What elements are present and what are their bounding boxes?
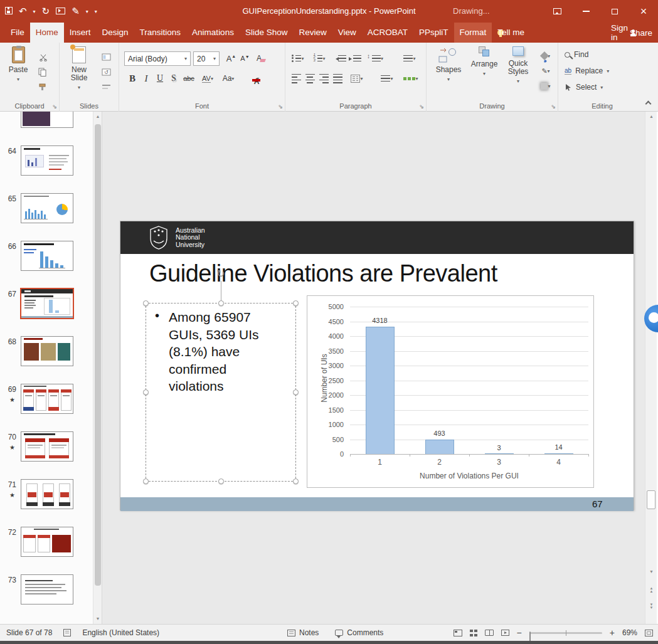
canvas-scrollbar-thumb[interactable] (647, 490, 655, 509)
spellcheck-icon[interactable] (63, 629, 71, 636)
slide-thumbnail-68[interactable] (21, 336, 73, 366)
align-text-button[interactable]: ▾ (378, 71, 396, 85)
pen-input-icon[interactable]: ✎ (72, 0, 80, 23)
font-name-combo[interactable]: Arial (Body)▾ (124, 51, 191, 66)
underline-button[interactable]: U (153, 71, 167, 85)
slide-thumbnail-66[interactable] (21, 241, 73, 271)
paste-button[interactable]: Paste ▾ (4, 46, 33, 83)
resize-handle-bottom-right[interactable] (293, 478, 299, 484)
next-slide-button[interactable]: ▼▼ (645, 599, 657, 613)
quick-styles-button[interactable]: Quick Styles ▾ (503, 46, 533, 85)
clear-formatting-button[interactable]: A (252, 51, 266, 65)
columns-button[interactable]: ▾ (348, 71, 366, 85)
shapes-button[interactable]: Shapes ▾ (432, 46, 465, 83)
ribbon-display-options-icon[interactable] (543, 0, 571, 23)
select-button[interactable]: Select ▾ (565, 83, 603, 92)
reset-slide-button[interactable]: ↺ (98, 65, 114, 79)
resize-handle-bottom-middle[interactable] (218, 478, 224, 484)
customize-qat-caret-icon[interactable]: ▾ (95, 9, 97, 14)
notes-button[interactable]: Notes (287, 628, 319, 637)
thumbnail-scrollbar[interactable]: ▲ ▼ (93, 112, 102, 624)
bullets-button[interactable]: ▾ (289, 51, 307, 65)
resize-handle-middle-left[interactable] (143, 389, 149, 395)
redo-icon[interactable]: ↻ (42, 0, 50, 23)
slide-thumbnail-64[interactable] (21, 145, 73, 176)
share-button[interactable]: Share (630, 29, 637, 36)
tab-acrobat[interactable]: ACROBAT (362, 23, 413, 43)
comments-button[interactable]: Comments (335, 628, 383, 637)
tab-transitions[interactable]: Transitions (134, 23, 187, 43)
slide-layout-button[interactable] (98, 50, 114, 64)
slide-thumbnail-72[interactable] (21, 527, 73, 557)
tab-design[interactable]: Design (97, 23, 134, 43)
new-slide-button[interactable]: New Slide ▾ (63, 46, 95, 92)
thumbnail-scrollbar-thumb[interactable] (95, 124, 101, 586)
align-right-button[interactable] (317, 71, 331, 85)
collapse-ribbon-icon[interactable] (645, 101, 652, 107)
find-button[interactable]: Find (565, 50, 588, 59)
slide-thumbnail-67[interactable] (20, 288, 74, 319)
text-shadow-button[interactable]: S (167, 71, 181, 85)
arrange-button[interactable]: Arrange ▾ (467, 46, 502, 78)
previous-slide-button[interactable]: ▲▲ (645, 583, 657, 597)
tab-review[interactable]: Review (293, 23, 332, 43)
rotate-handle-icon[interactable]: ↻ (215, 268, 226, 280)
scroll-up-icon[interactable]: ▲ (93, 112, 102, 122)
resize-handle-top-right[interactable] (293, 300, 299, 306)
font-dialog-launcher-icon[interactable]: ⇘ (278, 103, 283, 110)
selected-text-box[interactable]: ↻ • Among 65907 GUIs, 5369 UIs (8.1%) ha… (146, 303, 296, 482)
increase-font-size-button[interactable]: A▲ (222, 51, 236, 65)
language-indicator[interactable]: English (United States) (82, 628, 159, 637)
slideshow-view-button[interactable] (501, 630, 509, 636)
save-icon[interactable] (5, 0, 13, 23)
slide-sorter-view-button[interactable] (470, 630, 477, 636)
shape-outline-button[interactable]: ✎▾ (536, 64, 556, 78)
slide-thumbnail-73[interactable] (21, 574, 73, 604)
slide-thumbnail[interactable] (21, 112, 73, 128)
clipboard-dialog-launcher-icon[interactable]: ⇘ (52, 103, 57, 110)
tab-file[interactable]: File (5, 23, 30, 43)
cut-button[interactable] (35, 50, 50, 64)
slide-thumbnail-71[interactable] (21, 479, 73, 509)
slide-67[interactable]: Australian National University Guideline… (120, 221, 634, 510)
resize-handle-middle-right[interactable] (293, 389, 299, 395)
tab-ppsplit[interactable]: PPspliT (413, 23, 454, 43)
character-spacing-button[interactable]: AV▾ (199, 71, 216, 85)
paragraph-dialog-launcher-icon[interactable]: ⇘ (419, 103, 424, 110)
start-slideshow-icon[interactable] (56, 0, 65, 23)
justify-button[interactable] (331, 71, 344, 85)
tab-format[interactable]: Format (454, 23, 492, 43)
normal-view-button[interactable] (454, 630, 462, 636)
slide-thumbnail-69[interactable] (21, 384, 73, 414)
editing-canvas[interactable]: Australian National University Guideline… (102, 112, 645, 624)
tab-animations[interactable]: Animations (186, 23, 240, 43)
reading-view-button[interactable] (485, 630, 494, 636)
shape-effects-button[interactable]: ▾ (536, 79, 556, 93)
drawing-dialog-launcher-icon[interactable]: ⇘ (551, 103, 556, 110)
slide-thumbnail-70[interactable] (21, 431, 73, 462)
resize-handle-top-middle[interactable] (218, 300, 224, 306)
fit-slide-to-window-icon[interactable] (645, 630, 653, 636)
tab-insert[interactable]: Insert (64, 23, 97, 43)
undo-dropdown-caret-icon[interactable]: ▾ (33, 9, 36, 14)
decrease-font-size-button[interactable]: A▼ (236, 51, 250, 65)
change-case-button[interactable]: Aa▾ (220, 71, 237, 85)
font-size-combo[interactable]: 20▾ (193, 51, 220, 66)
undo-icon[interactable]: ↶ (19, 0, 27, 23)
format-painter-button[interactable] (35, 80, 50, 94)
resize-handle-bottom-left[interactable] (143, 478, 149, 484)
strikethrough-button[interactable]: abc (182, 71, 196, 85)
bold-button[interactable]: B (125, 71, 139, 85)
slide-thumbnail-65[interactable] (21, 193, 73, 223)
zoom-out-button[interactable]: − (517, 628, 522, 638)
pen-dropdown-caret-icon[interactable]: ▾ (86, 9, 88, 14)
align-center-button[interactable] (303, 71, 317, 85)
italic-button[interactable]: I (139, 71, 153, 85)
line-spacing-button[interactable]: ▾ (366, 51, 385, 65)
tell-me-tab[interactable]: Tell me (492, 23, 509, 43)
convert-to-smartart-button[interactable]: ▾ (401, 71, 421, 85)
tab-home[interactable]: Home (30, 23, 64, 43)
numbering-button[interactable]: ▾ (310, 51, 328, 65)
zoom-slider-thumb[interactable] (529, 631, 531, 641)
canvas-scroll-up-icon[interactable]: ▲ (645, 112, 657, 122)
